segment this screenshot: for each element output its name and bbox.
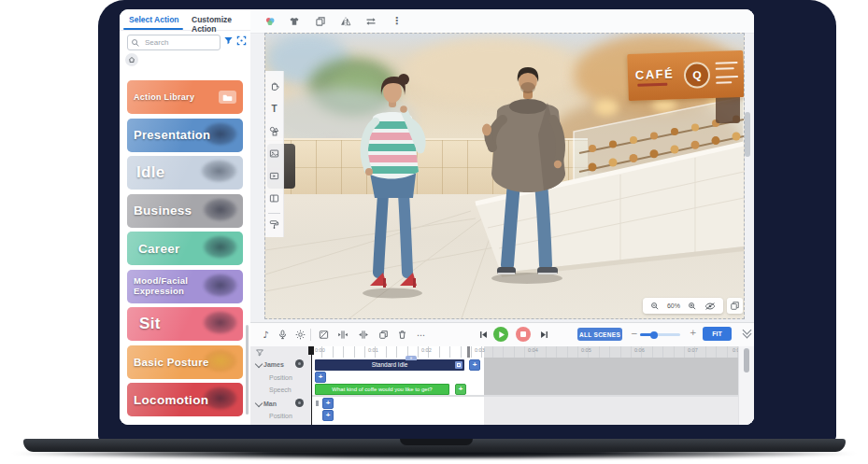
panels-icon[interactable]: [268, 192, 280, 204]
timeline-scrollbar[interactable]: [738, 346, 754, 425]
main-area: ⋮: [250, 9, 754, 425]
collapse-track-icon[interactable]: [255, 400, 263, 407]
stop-button[interactable]: [516, 327, 531, 342]
clip-speech[interactable]: What kind of coffe would you like to get…: [315, 384, 449, 395]
clip-standard-idle[interactable]: Standard Idle +: [315, 359, 464, 371]
clip-add-tab[interactable]: +: [406, 356, 417, 360]
playhead[interactable]: [311, 346, 313, 425]
slider-thumb[interactable]: [650, 331, 658, 339]
character-gallery-icon[interactable]: [263, 15, 276, 27]
category-card-basic-posture[interactable]: Basic Posture: [127, 345, 243, 379]
duplicate-icon[interactable]: [314, 15, 326, 27]
tab-customize-action[interactable]: Customize Action: [192, 15, 250, 34]
all-scenes-button[interactable]: ALL SCENES: [577, 328, 622, 341]
delete-icon[interactable]: [396, 329, 408, 341]
cafe-sign: CAFÉ Q: [627, 50, 745, 101]
add-action-clip-button[interactable]: +: [469, 359, 480, 371]
category-card-action-library[interactable]: Action Library: [127, 80, 243, 114]
collapse-panel-icon[interactable]: [742, 330, 751, 337]
shapes-icon[interactable]: [268, 125, 280, 137]
track-filter-icon[interactable]: [255, 348, 264, 358]
track-name-speech[interactable]: Speech: [269, 387, 292, 393]
category-card-sit[interactable]: Sit: [127, 307, 243, 341]
character-woman[interactable]: [359, 74, 424, 299]
image-tool-icon[interactable]: [268, 148, 280, 160]
laptop-base-notch: [400, 439, 473, 445]
more-options-icon[interactable]: ⋮: [391, 15, 403, 27]
fit-view-icon[interactable]: [236, 35, 247, 46]
active-tab-underline: [123, 28, 183, 30]
track-name-james[interactable]: James: [263, 361, 284, 368]
track-name-man[interactable]: Man: [263, 401, 277, 407]
zoom-out-icon[interactable]: [650, 302, 660, 311]
track-name-position-2[interactable]: Position: [269, 413, 292, 419]
search-input[interactable]: [143, 35, 220, 49]
copy-icon[interactable]: [377, 329, 390, 341]
transition-icon[interactable]: [318, 329, 330, 341]
add-position-key-button[interactable]: +: [315, 372, 326, 383]
camera-view-icon[interactable]: [704, 302, 716, 311]
category-card-mood-facial-expression[interactable]: Mood/Facial Expression: [127, 270, 243, 303]
timeline-panel: ♪: [250, 322, 754, 425]
scene-end-marker[interactable]: [467, 346, 470, 358]
paint-roller-icon[interactable]: [268, 218, 280, 231]
collapse-track-icon[interactable]: [255, 360, 263, 368]
mirror-icon[interactable]: [339, 15, 351, 27]
track-camera-button[interactable]: [295, 359, 304, 368]
skip-end-icon[interactable]: [538, 329, 550, 341]
cafe-sign-text: CAFÉ: [635, 66, 675, 81]
viewport-zoom-controls: 60%: [643, 298, 723, 314]
app-window: Select Action Customize Action: [120, 9, 754, 425]
category-card-presentation[interactable]: Presentation: [127, 119, 243, 152]
timeline-toolbar: ♪: [250, 323, 754, 347]
track-label-column: James Position Speech Man Position: [250, 346, 312, 425]
home-button[interactable]: [125, 53, 138, 66]
play-button[interactable]: [493, 327, 508, 342]
zoom-slider-minus[interactable]: −: [631, 329, 638, 338]
zoom-in-icon[interactable]: [688, 302, 697, 311]
viewport-scrollbar[interactable]: [745, 47, 750, 159]
category-card-locomotion[interactable]: Locomotion: [127, 383, 243, 416]
timeline-zoom-slider[interactable]: [640, 333, 680, 336]
category-card-idle[interactable]: Idle: [127, 156, 243, 190]
viewport-side-toolbar: T: [265, 71, 284, 237]
tab-select-action[interactable]: Select Action: [129, 15, 179, 24]
more-icon[interactable]: ⋯: [415, 329, 427, 341]
music-note-icon[interactable]: ♪: [260, 329, 272, 341]
swap-icon[interactable]: [364, 15, 377, 27]
category-card-career[interactable]: Career: [127, 232, 243, 265]
toolbar-divider: [268, 213, 280, 214]
track-camera-button[interactable]: [295, 399, 304, 407]
align-right-icon[interactable]: [357, 329, 369, 341]
filter-icon[interactable]: [223, 35, 234, 46]
video-tool-icon[interactable]: [268, 170, 280, 182]
align-left-icon[interactable]: [336, 329, 349, 341]
sun-icon[interactable]: [294, 329, 306, 341]
cafe-logo: Q: [684, 62, 711, 89]
laptop-mockup: Select Action Customize Action: [0, 0, 868, 464]
skip-start-icon[interactable]: [477, 329, 490, 341]
zoom-slider-plus[interactable]: +: [690, 328, 697, 337]
track-name-position[interactable]: Position: [269, 374, 292, 381]
zoom-level-label: 60%: [667, 302, 680, 309]
pan-hand-icon[interactable]: [268, 80, 280, 92]
text-tool-icon[interactable]: T: [268, 103, 280, 115]
search-box: [127, 35, 221, 50]
add-man-position-button[interactable]: +: [322, 410, 334, 421]
folder-icon: [219, 91, 236, 104]
clip-loop-icon[interactable]: [455, 361, 462, 369]
playhead-handle[interactable]: [308, 346, 314, 355]
sidebar-tabs: Select Action Customize Action: [120, 9, 250, 31]
category-card-list: Action Library Presentation Idle Busines…: [127, 80, 243, 418]
add-man-action-button[interactable]: +: [322, 398, 334, 409]
scene-viewport[interactable]: CAFÉ Q T: [264, 33, 745, 319]
fit-button[interactable]: FIT: [703, 327, 732, 341]
category-card-business[interactable]: Business: [127, 194, 243, 228]
viewport-toolbar: ⋮: [250, 9, 754, 34]
sidebar-scrollbar[interactable]: [246, 325, 249, 415]
microphone-icon[interactable]: [277, 329, 289, 341]
add-speech-clip-button[interactable]: +: [455, 384, 466, 395]
clothing-icon[interactable]: [288, 15, 300, 27]
track-rows: Standard Idle + + + What kind of coffe w…: [311, 358, 738, 425]
viewport-duplicate-icon[interactable]: [727, 298, 743, 314]
